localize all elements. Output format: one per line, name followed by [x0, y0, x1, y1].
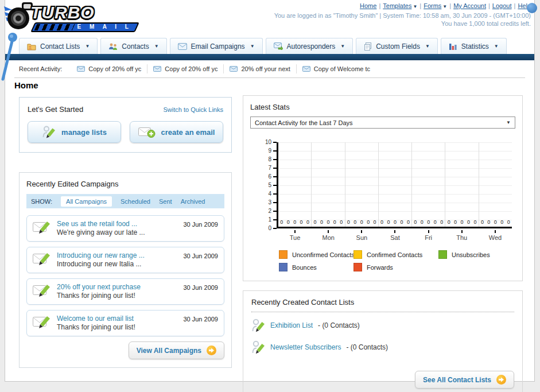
- envelope-pencil-icon: [33, 283, 51, 298]
- tab-contact-lists[interactable]: Contact Lists ▼: [19, 38, 98, 54]
- recent-campaigns-panel: Recently Edited Campaigns SHOW: All Camp…: [19, 172, 232, 368]
- filter-archived[interactable]: Archived: [181, 198, 205, 205]
- campaign-date: 30 Jun 2009: [183, 283, 218, 291]
- contact-list-link[interactable]: Newsletter Subscribers: [270, 343, 341, 351]
- nav-forms-link[interactable]: Forms: [424, 2, 441, 9]
- chart-day-group: 00000: [445, 142, 479, 227]
- view-all-campaigns-button[interactable]: View All Campaigns: [129, 341, 224, 359]
- campaign-title-link[interactable]: 20% off your next purchase: [57, 283, 141, 291]
- legend-item: Bounces: [279, 263, 353, 271]
- tab-email-campaigns[interactable]: Email Campaigns ▼: [170, 38, 263, 54]
- switch-quick-links-link[interactable]: Switch to Quick Links: [163, 106, 223, 113]
- legend-item: Unconfirmed Contacts: [279, 250, 353, 259]
- left-column: Let's Get Started Switch to Quick Links: [19, 97, 232, 368]
- contact-list-item[interactable]: Exhibition List - (0 Contacts): [251, 315, 514, 336]
- contact-list-count: - (0 Contacts): [318, 321, 360, 329]
- filter-scheduled[interactable]: Scheduled: [121, 198, 150, 205]
- filter-sent[interactable]: Sent: [159, 198, 172, 205]
- caret-down-icon: ▼: [154, 44, 159, 49]
- envelope-plus-icon: [138, 126, 156, 138]
- chart-x-tick-label: Sun: [345, 230, 378, 241]
- recent-activity-item[interactable]: Copy of Welcome tc: [296, 64, 376, 73]
- chart-x-tick-label: Wed: [479, 230, 512, 241]
- caret-down-icon: ▼: [442, 4, 447, 9]
- legend-item: Unsubscribes: [438, 250, 515, 259]
- stats-period-select[interactable]: Contact Activity for the Last 7 Days ▼: [250, 117, 515, 129]
- chart-x-tick-label: Mon: [312, 230, 345, 241]
- contact-list-link[interactable]: Exhibition List: [270, 321, 313, 329]
- turbo-icon: [3, 2, 34, 32]
- campaign-subtitle: Thanks for joining our list!: [57, 292, 135, 300]
- campaign-title-link[interactable]: Introducing our new range ...: [57, 251, 145, 259]
- recent-contact-lists-panel: Recently Created Contact Lists Exhibitio…: [243, 290, 523, 392]
- caret-down-icon: ▼: [250, 44, 255, 49]
- chart-y-axis: 109876543210: [259, 142, 277, 230]
- campaign-subtitle: Thanks for joining our list!: [57, 323, 135, 331]
- credits-note: You have 1,000 total credits left.: [274, 20, 531, 27]
- recent-activity-item[interactable]: Copy of 20% off yc: [71, 64, 147, 73]
- tab-autoresponders[interactable]: Autoresponders ▼: [266, 38, 353, 54]
- chart-day-group: 00000: [479, 142, 512, 227]
- navy-divider-bar: [5, 54, 534, 60]
- tab-contacts[interactable]: Contacts ▼: [100, 38, 166, 54]
- legend-item: Confirmed Contacts: [353, 250, 438, 259]
- logo-email-banner: E M A I L: [30, 22, 139, 32]
- logo-title: TURBO: [30, 3, 95, 22]
- caret-down-icon: ▼: [425, 44, 430, 49]
- campaign-list: See us at the retail food ... We're givi…: [26, 215, 224, 336]
- campaign-date: 30 Jun 2009: [183, 315, 218, 323]
- tab-statistics[interactable]: Statistics ▼: [441, 38, 507, 54]
- campaign-row[interactable]: Welcome to our email list Thanks for joi…: [26, 310, 224, 336]
- recent-activity-item[interactable]: Copy of 20% off yc: [147, 64, 223, 73]
- campaign-row[interactable]: Introducing our new range ... Introducin…: [26, 247, 224, 273]
- recent-activity-bar: Recent Activity: Copy of 20% off yc Copy…: [5, 60, 534, 77]
- campaign-row[interactable]: See us at the retail food ... We're givi…: [26, 215, 224, 242]
- chart-x-tick-label: Tue: [278, 230, 312, 241]
- envelope-pencil-icon: [33, 315, 51, 329]
- main-nav-tabs: Contact Lists ▼ Contacts ▼: [5, 38, 534, 54]
- chart-legend: Unconfirmed Contacts Confirmed Contacts …: [279, 250, 515, 271]
- latest-stats-panel: Latest Stats Contact Activity for the La…: [243, 95, 523, 281]
- nav-templates-link[interactable]: Templates: [383, 2, 411, 9]
- nav-logout-link[interactable]: Logout: [492, 2, 512, 9]
- manage-lists-button[interactable]: manage lists: [28, 121, 121, 143]
- arrow-right-icon: [496, 375, 506, 385]
- campaign-row[interactable]: 20% off your next purchase Thanks for jo…: [26, 278, 224, 305]
- help-bubble-icon[interactable]: [527, 3, 537, 13]
- tab-custom-fields[interactable]: Custom Fields ▼: [356, 38, 438, 54]
- nav-home-link[interactable]: Home: [360, 2, 376, 9]
- campaign-subtitle: Introducing our new Italia ...: [57, 260, 141, 268]
- dotted-divider: [251, 312, 514, 312]
- bar-chart-icon: [449, 42, 457, 50]
- main-window: TURBO E M A I L Home|Templates▼|Forms▼|M…: [5, 0, 535, 382]
- get-started-panel: Let's Get Started Switch to Quick Links: [19, 97, 232, 153]
- header-nav: Home|Templates▼|Forms▼|My Account|Logout…: [274, 2, 531, 27]
- contact-list-item[interactable]: Newsletter Subscribers - (0 Contacts): [251, 336, 514, 358]
- chart-day-group: 00000: [278, 142, 312, 227]
- envelope-pencil-icon: [33, 220, 51, 235]
- chart-x-axis: TueMonSunSatFriThuWed: [278, 230, 512, 241]
- nav-my-account-link[interactable]: My Account: [453, 2, 486, 9]
- contacts-icon: [108, 42, 118, 51]
- envelope-arrow-icon: [274, 42, 283, 50]
- login-status: You are logged in as "Timothy Smith" | S…: [274, 12, 531, 19]
- see-all-contact-lists-button[interactable]: See All Contact Lists: [415, 371, 514, 389]
- create-email-button[interactable]: create an email: [130, 121, 223, 143]
- get-started-title: Let's Get Started: [28, 105, 83, 114]
- page-title: Home: [14, 80, 38, 90]
- campaign-date: 30 Jun 2009: [183, 251, 218, 259]
- campaign-title-link[interactable]: Welcome to our email list: [57, 315, 134, 323]
- person-pencil-icon: [251, 318, 265, 333]
- chart-day-group: 00000: [312, 142, 345, 227]
- show-label: SHOW:: [31, 198, 52, 205]
- caret-down-icon: ▼: [494, 44, 499, 49]
- campaign-title-link[interactable]: See us at the retail food ...: [57, 220, 137, 228]
- envelope-pencil-icon: [33, 251, 51, 266]
- chart-day-group: 00000: [412, 142, 445, 227]
- main-content: Home Let's Get Started Switch to Quick L…: [5, 78, 534, 377]
- logo-subtitle: E M A I L: [77, 24, 131, 30]
- contact-activity-chart: 109876543210 000000000000000000000000000…: [259, 142, 512, 241]
- caret-down-icon: ▼: [506, 120, 511, 125]
- recent-activity-item[interactable]: 20% off your next: [223, 64, 296, 73]
- filter-all-campaigns[interactable]: All Campaigns: [61, 196, 112, 207]
